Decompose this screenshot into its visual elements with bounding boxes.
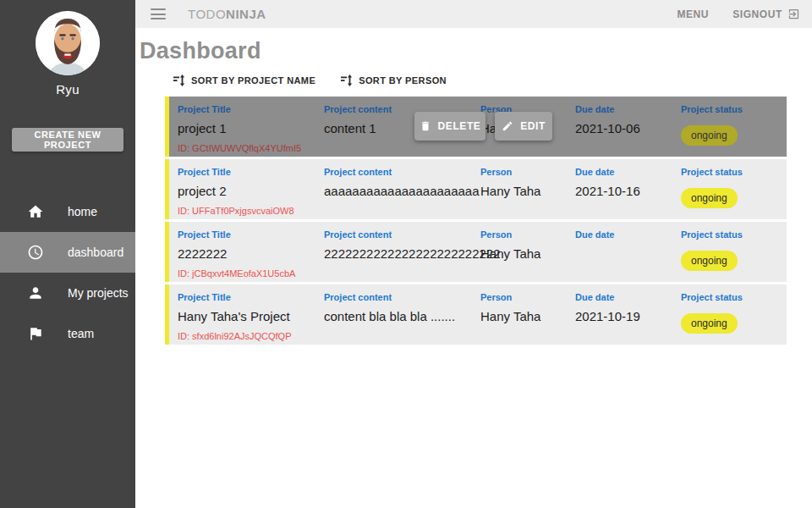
column-label: Project Title (178, 229, 324, 240)
column-label: Project content (324, 229, 480, 240)
project-title-cell: Project Title project 1 ID: GCtIWUWVQflq… (169, 97, 324, 157)
hamburger-menu-icon[interactable] (151, 8, 166, 19)
edit-button[interactable]: EDIT (495, 112, 552, 141)
project-person: Hany Taha (480, 309, 575, 323)
column-label: Project status (681, 167, 787, 177)
project-due-cell: Due date 2021-10-19 (575, 284, 681, 345)
project-card[interactable]: Project Title project 1 ID: GCtIWUWVQflq… (165, 97, 787, 157)
sort-button-label: SORT BY PROJECT NAME (191, 75, 315, 86)
app-window: Ryu CREATE NEW PROJECT home dashboard (0, 0, 812, 508)
sidebar: Ryu CREATE NEW PROJECT home dashboard (0, 0, 135, 508)
sort-toolbar: SORT BY PROJECT NAME SORT BY PERSON (140, 75, 787, 86)
username: Ryu (0, 82, 135, 97)
project-title: project 1 (178, 121, 324, 135)
column-label: Due date (575, 104, 681, 114)
project-status-cell: Project status ongoing (681, 97, 787, 157)
project-title: Hany Taha's Project (178, 309, 324, 323)
sort-icon (173, 75, 185, 86)
project-due-cell: Due date 2021-10-06 (575, 97, 681, 157)
status-badge: ongoing (681, 125, 738, 146)
column-label: Project Title (178, 292, 324, 302)
sort-button-label: SORT BY PERSON (359, 75, 447, 86)
delete-button[interactable]: DELETE (414, 112, 486, 141)
column-label: Person (480, 229, 575, 240)
column-label: Person (480, 167, 575, 177)
column-label: Project status (681, 229, 787, 240)
project-content-cell: Project content content bla bla bla ....… (324, 284, 480, 345)
project-content-cell: Project content 222222222222222222222222… (324, 222, 480, 282)
project-person-cell: Person Hany Taha (480, 222, 575, 282)
signout-exit-icon (787, 8, 800, 20)
menu-button[interactable]: MENU (677, 8, 709, 20)
flag-icon (27, 325, 44, 342)
status-badge: ongoing (681, 188, 738, 208)
project-title-cell: Project Title project 2 ID: UFFaTf0Pxjgs… (169, 159, 324, 219)
project-content: aaaaaaaaaaaaaaaaaaaaaa (324, 184, 480, 198)
project-person-cell: Person Hany Taha (480, 284, 575, 345)
column-label: Project Title (178, 167, 324, 177)
project-title: project 2 (178, 184, 324, 198)
project-status-cell: Project status ongoing (681, 284, 787, 345)
page-title: Dashboard (140, 38, 787, 64)
project-content: 2222222222222222222222222 (324, 246, 480, 261)
brand-light: TODO (188, 7, 226, 21)
project-card[interactable]: Project Title project 2 ID: UFFaTf0Pxjgs… (165, 159, 787, 219)
project-id: ID: GCtIWUWVQflqX4YUfmI5 (178, 143, 324, 153)
project-id: ID: UFFaTf0PxjgsvcvaiOW8 (178, 206, 324, 216)
trash-icon (420, 120, 431, 132)
create-new-project-button[interactable]: CREATE NEW PROJECT (12, 128, 123, 152)
project-due-cell: Due date 2021-10-16 (575, 159, 681, 219)
status-badge: ongoing (681, 313, 738, 334)
project-status-cell: Project status ongoing (681, 159, 787, 219)
project-card[interactable]: Project Title 2222222 ID: jCBqxvt4MEofaX… (165, 222, 787, 282)
column-label: Project Title (178, 104, 324, 114)
sidebar-nav: home dashboard My projects team (0, 191, 135, 354)
app-logo: TODONINJA (188, 7, 266, 21)
column-label: Due date (575, 292, 681, 302)
sidebar-item-label: home (68, 205, 97, 218)
brand-bold: NINJA (226, 7, 266, 21)
sort-icon (341, 75, 353, 86)
project-status-cell: Project status ongoing (681, 222, 787, 282)
signout-button[interactable]: SIGNOUT (732, 8, 800, 20)
sort-by-person-button[interactable]: SORT BY PERSON (341, 75, 447, 86)
project-title: 2222222 (178, 246, 324, 261)
project-person: Hany Taha (480, 246, 575, 261)
project-card[interactable]: Project Title Hany Taha's Project ID: sf… (165, 284, 787, 345)
signout-label: SIGNOUT (732, 8, 782, 20)
project-due-cell: Due date (575, 222, 681, 282)
delete-button-label: DELETE (438, 120, 481, 132)
sidebar-item-dashboard[interactable]: dashboard (0, 232, 135, 273)
avatar-illustration (36, 11, 100, 75)
clock-icon (27, 244, 44, 261)
sidebar-item-team[interactable]: team (0, 313, 135, 354)
home-icon (27, 203, 44, 220)
project-due-date: 2021-10-06 (575, 121, 681, 135)
sidebar-item-home[interactable]: home (0, 191, 135, 232)
project-content-cell: Project content aaaaaaaaaaaaaaaaaaaaaa (324, 159, 480, 219)
column-label: Project content (324, 292, 480, 302)
profile-section: Ryu (0, 0, 135, 97)
project-id: ID: jCBqxvt4MEofaX1U5cbA (178, 268, 324, 279)
column-label: Project content (324, 167, 480, 177)
project-due-date: 2021-10-19 (575, 309, 681, 323)
project-person-cell: Person Hany Taha (480, 159, 575, 219)
sidebar-item-my-projects[interactable]: My projects (0, 273, 135, 313)
column-label: Person (480, 292, 575, 302)
card-hover-actions: DELETE EDIT (414, 112, 552, 141)
sort-by-project-name-button[interactable]: SORT BY PROJECT NAME (173, 75, 315, 86)
project-person: Hany Taha (480, 184, 575, 198)
sidebar-item-label: My projects (68, 286, 129, 300)
main-panel: Dashboard SORT BY PROJECT NAME SORT BY P… (135, 28, 812, 508)
pencil-icon (502, 120, 513, 132)
sidebar-item-label: dashboard (68, 246, 123, 259)
project-title-cell: Project Title Hany Taha's Project ID: sf… (169, 284, 324, 345)
project-due-date: 2021-10-16 (575, 184, 681, 198)
project-content: content bla bla bla ....... (324, 309, 480, 323)
project-title-cell: Project Title 2222222 ID: jCBqxvt4MEofaX… (169, 222, 324, 282)
edit-button-label: EDIT (520, 120, 546, 132)
status-badge: ongoing (681, 251, 738, 271)
content-column: TODONINJA MENU SIGNOUT Dashboard SORT BY… (135, 0, 812, 508)
person-icon (27, 284, 44, 301)
column-label: Due date (575, 167, 681, 177)
